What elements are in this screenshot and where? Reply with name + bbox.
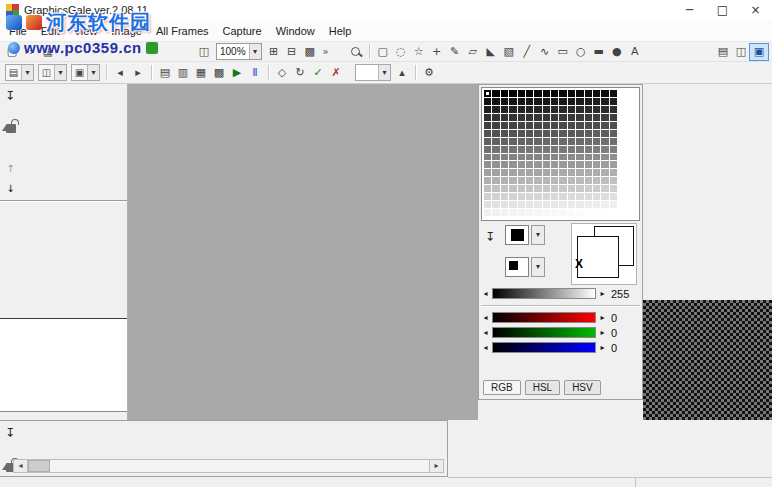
palette-cell-43[interactable] xyxy=(576,106,583,113)
palette-cell-102[interactable] xyxy=(534,138,541,145)
palette-cell-62[interactable] xyxy=(601,114,608,121)
save-format-combo[interactable]: ▤▾ xyxy=(5,64,34,81)
palette-cell-121[interactable] xyxy=(559,146,566,153)
palette-cell-158[interactable] xyxy=(601,161,608,168)
palette-cell-143[interactable] xyxy=(610,154,617,161)
blue-decrease-button[interactable]: ◂ xyxy=(481,342,490,353)
palette-cell-72[interactable] xyxy=(551,122,558,129)
palette-cell-167[interactable] xyxy=(543,169,550,176)
palette-cell-248[interactable] xyxy=(551,209,558,216)
blue-slider-track[interactable] xyxy=(492,342,596,353)
palette-cell-200[interactable] xyxy=(551,185,558,192)
palette-cell-150[interactable] xyxy=(534,161,541,168)
palette-cell-39[interactable] xyxy=(543,106,550,113)
palette-cell-65[interactable] xyxy=(492,122,499,129)
green-increase-button[interactable]: ▸ xyxy=(598,327,607,338)
menu-all-frames[interactable]: All Frames xyxy=(149,22,216,40)
palette-cell-137[interactable] xyxy=(559,154,566,161)
palette-cell-37[interactable] xyxy=(526,106,533,113)
palette-cell-255[interactable] xyxy=(610,209,617,216)
palette-cell-7[interactable] xyxy=(543,90,550,97)
palette-cell-177[interactable] xyxy=(492,177,499,184)
palette-cell-228[interactable] xyxy=(518,201,525,208)
palette-cell-251[interactable] xyxy=(576,209,583,216)
green-decrease-button[interactable]: ◂ xyxy=(481,327,490,338)
palette-cell-41[interactable] xyxy=(559,106,566,113)
fill-tool-button[interactable]: ◣ xyxy=(482,44,500,60)
palette-cell-238[interactable] xyxy=(601,201,608,208)
palette-cell-113[interactable] xyxy=(492,146,499,153)
select-rectangle-tool-button[interactable]: ▢ xyxy=(374,44,392,60)
palette-cell-76[interactable] xyxy=(585,122,592,129)
palette-cell-147[interactable] xyxy=(509,161,516,168)
palette-cell-99[interactable] xyxy=(509,138,516,145)
palette-cell-47[interactable] xyxy=(610,106,617,113)
palette-cell-86[interactable] xyxy=(534,130,541,137)
palette-cell-194[interactable] xyxy=(501,185,508,192)
palette-cell-216[interactable] xyxy=(551,193,558,200)
palette-cell-12[interactable] xyxy=(585,90,592,97)
palette-cell-108[interactable] xyxy=(585,138,592,145)
palette-cell-253[interactable] xyxy=(593,209,600,216)
palette-cell-6[interactable] xyxy=(534,90,541,97)
copy-frame-combo[interactable]: ◫▾ xyxy=(38,64,67,81)
palette-cell-130[interactable] xyxy=(501,154,508,161)
palette-cell-129[interactable] xyxy=(492,154,499,161)
palette-cell-44[interactable] xyxy=(585,106,592,113)
palette-cell-148[interactable] xyxy=(518,161,525,168)
palette-cell-20[interactable] xyxy=(518,98,525,105)
palette-cell-80[interactable] xyxy=(484,130,491,137)
foreground-color-swatch[interactable] xyxy=(505,225,529,245)
save-format-dropdown[interactable]: ▾ xyxy=(21,65,33,80)
palette-cell-59[interactable] xyxy=(576,114,583,121)
palette-cell-213[interactable] xyxy=(526,193,533,200)
palette-cell-50[interactable] xyxy=(501,114,508,121)
palette-cell-139[interactable] xyxy=(576,154,583,161)
palette-cell-242[interactable] xyxy=(501,209,508,216)
palette-cell-185[interactable] xyxy=(559,177,566,184)
palette-cell-18[interactable] xyxy=(501,98,508,105)
palette-cell-193[interactable] xyxy=(492,185,499,192)
palette-cell-46[interactable] xyxy=(601,106,608,113)
palette-cell-104[interactable] xyxy=(551,138,558,145)
scrollbar-track[interactable] xyxy=(28,460,429,472)
capture-window-button[interactable]: ◫ xyxy=(195,44,213,60)
palette-cell-17[interactable] xyxy=(492,98,499,105)
palette-cell-33[interactable] xyxy=(492,106,499,113)
palette-cell-60[interactable] xyxy=(585,114,592,121)
palette-cell-61[interactable] xyxy=(593,114,600,121)
palette-cell-217[interactable] xyxy=(559,193,566,200)
palette-cell-118[interactable] xyxy=(534,146,541,153)
palette-cell-171[interactable] xyxy=(576,169,583,176)
palette-cell-126[interactable] xyxy=(601,146,608,153)
delete-frame-button[interactable]: ▦ xyxy=(192,65,210,81)
palette-cell-11[interactable] xyxy=(576,90,583,97)
palette-cell-94[interactable] xyxy=(601,130,608,137)
palette-cell-183[interactable] xyxy=(543,177,550,184)
palette-cell-97[interactable] xyxy=(492,138,499,145)
palette-cell-219[interactable] xyxy=(576,193,583,200)
palette-cell-138[interactable] xyxy=(568,154,575,161)
palette-cell-127[interactable] xyxy=(610,146,617,153)
palette-cell-187[interactable] xyxy=(576,177,583,184)
palette-cell-2[interactable] xyxy=(501,90,508,97)
palette-cell-207[interactable] xyxy=(610,185,617,192)
palette-cell-233[interactable] xyxy=(559,201,566,208)
palette-cell-199[interactable] xyxy=(543,185,550,192)
palette-cell-232[interactable] xyxy=(551,201,558,208)
palette-cell-135[interactable] xyxy=(543,154,550,161)
palette-cell-149[interactable] xyxy=(526,161,533,168)
palette-cell-205[interactable] xyxy=(593,185,600,192)
palette-cell-212[interactable] xyxy=(518,193,525,200)
palette-cell-141[interactable] xyxy=(593,154,600,161)
palette-cell-124[interactable] xyxy=(585,146,592,153)
tab-rgb[interactable]: RGB xyxy=(483,380,521,395)
pencil-tool-button[interactable]: ✎ xyxy=(446,44,464,60)
palette-cell-164[interactable] xyxy=(518,169,525,176)
palette-cell-227[interactable] xyxy=(509,201,516,208)
palette-cell-170[interactable] xyxy=(568,169,575,176)
zoom-tool-button[interactable] xyxy=(347,44,365,60)
palette-cell-27[interactable] xyxy=(576,98,583,105)
palette-cell-3[interactable] xyxy=(509,90,516,97)
palette-cell-230[interactable] xyxy=(534,201,541,208)
